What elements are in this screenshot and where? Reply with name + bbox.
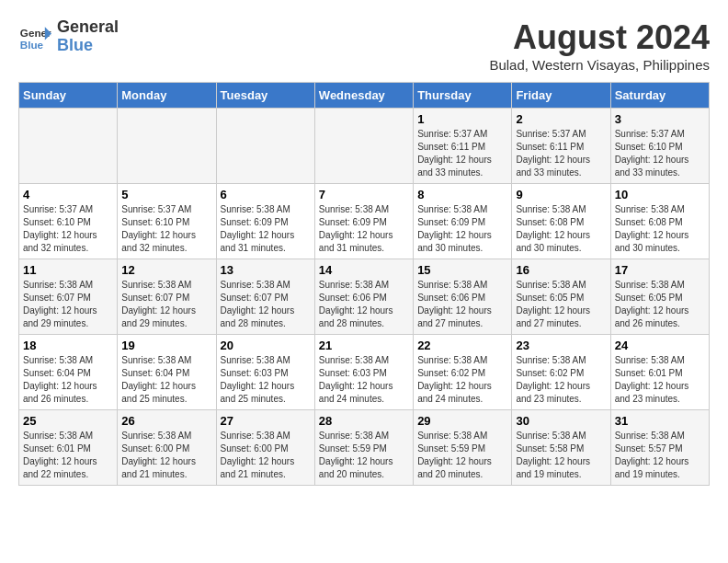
calendar-cell [118,109,216,184]
day-info: Sunrise: 5:38 AMSunset: 6:06 PMDaylight:… [417,279,507,330]
day-number: 13 [221,263,311,277]
day-header-monday: Monday [118,83,216,109]
day-info: Sunrise: 5:38 AMSunset: 6:00 PMDaylight:… [121,430,211,481]
day-number: 28 [319,414,409,428]
day-header-tuesday: Tuesday [216,83,314,109]
day-number: 18 [23,339,113,352]
day-number: 11 [23,263,113,277]
logo-text: General Blue [57,18,119,55]
calendar-cell: 12Sunrise: 5:38 AMSunset: 6:07 PMDayligh… [118,259,216,335]
day-header-thursday: Thursday [414,83,512,109]
calendar-cell: 19Sunrise: 5:38 AMSunset: 6:04 PMDayligh… [118,335,216,410]
day-info: Sunrise: 5:38 AMSunset: 6:07 PMDaylight:… [121,279,211,330]
calendar-week-1: 1Sunrise: 5:37 AMSunset: 6:11 PMDaylight… [19,109,710,184]
calendar-cell: 23Sunrise: 5:38 AMSunset: 6:02 PMDayligh… [512,335,610,410]
day-number: 27 [221,414,311,428]
day-header-saturday: Saturday [610,83,709,109]
calendar-cell: 25Sunrise: 5:38 AMSunset: 6:01 PMDayligh… [19,410,118,486]
day-number: 9 [516,188,606,201]
day-info: Sunrise: 5:38 AMSunset: 6:08 PMDaylight:… [516,203,606,255]
calendar-cell: 24Sunrise: 5:38 AMSunset: 6:01 PMDayligh… [610,335,709,410]
day-header-sunday: Sunday [19,83,118,109]
calendar-cell: 8Sunrise: 5:38 AMSunset: 6:09 PMDaylight… [414,184,512,259]
calendar-cell: 30Sunrise: 5:38 AMSunset: 5:58 PMDayligh… [512,410,610,486]
calendar-table: SundayMondayTuesdayWednesdayThursdayFrid… [18,82,710,486]
day-info: Sunrise: 5:38 AMSunset: 6:02 PMDaylight:… [417,354,507,406]
day-info: Sunrise: 5:38 AMSunset: 6:03 PMDaylight:… [319,354,409,406]
calendar-week-4: 18Sunrise: 5:38 AMSunset: 6:04 PMDayligh… [19,335,710,410]
calendar-cell: 20Sunrise: 5:38 AMSunset: 6:03 PMDayligh… [216,335,314,410]
calendar-cell: 13Sunrise: 5:38 AMSunset: 6:07 PMDayligh… [216,259,314,335]
calendar-cell: 27Sunrise: 5:38 AMSunset: 6:00 PMDayligh… [216,410,314,486]
day-header-friday: Friday [512,83,610,109]
calendar-cell: 29Sunrise: 5:38 AMSunset: 5:59 PMDayligh… [414,410,512,486]
day-info: Sunrise: 5:38 AMSunset: 6:06 PMDaylight:… [319,279,409,330]
day-info: Sunrise: 5:38 AMSunset: 6:05 PMDaylight:… [516,279,606,330]
calendar-cell: 21Sunrise: 5:38 AMSunset: 6:03 PMDayligh… [314,335,413,410]
day-number: 31 [615,414,705,428]
day-info: Sunrise: 5:38 AMSunset: 6:04 PMDaylight:… [121,354,211,406]
calendar-cell: 10Sunrise: 5:38 AMSunset: 6:08 PMDayligh… [610,184,709,259]
calendar-cell: 11Sunrise: 5:38 AMSunset: 6:07 PMDayligh… [19,259,118,335]
calendar-cell: 7Sunrise: 5:38 AMSunset: 6:09 PMDaylight… [314,184,413,259]
calendar-cell [314,109,413,184]
calendar-cell [216,109,314,184]
calendar-cell: 16Sunrise: 5:38 AMSunset: 6:05 PMDayligh… [512,259,610,335]
calendar-header-row: SundayMondayTuesdayWednesdayThursdayFrid… [19,83,710,109]
day-number: 25 [23,414,113,428]
page-header: General Blue General Blue August 2024 Bu… [18,18,710,73]
day-info: Sunrise: 5:38 AMSunset: 6:01 PMDaylight:… [23,430,113,481]
calendar-cell: 3Sunrise: 5:37 AMSunset: 6:10 PMDaylight… [610,109,709,184]
day-info: Sunrise: 5:38 AMSunset: 5:59 PMDaylight:… [319,430,409,481]
day-number: 5 [121,188,211,201]
day-number: 23 [516,339,606,352]
calendar-cell: 15Sunrise: 5:38 AMSunset: 6:06 PMDayligh… [414,259,512,335]
calendar-cell: 14Sunrise: 5:38 AMSunset: 6:06 PMDayligh… [314,259,413,335]
calendar-week-2: 4Sunrise: 5:37 AMSunset: 6:10 PMDaylight… [19,184,710,259]
day-info: Sunrise: 5:38 AMSunset: 5:57 PMDaylight:… [615,430,705,481]
day-info: Sunrise: 5:38 AMSunset: 6:09 PMDaylight:… [221,203,311,255]
location: Bulad, Western Visayas, Philippines [489,57,710,73]
calendar-cell: 31Sunrise: 5:38 AMSunset: 5:57 PMDayligh… [610,410,709,486]
day-info: Sunrise: 5:38 AMSunset: 6:03 PMDaylight:… [221,354,311,406]
day-info: Sunrise: 5:38 AMSunset: 6:09 PMDaylight:… [417,203,507,255]
day-info: Sunrise: 5:37 AMSunset: 6:11 PMDaylight:… [516,128,606,179]
calendar-cell: 4Sunrise: 5:37 AMSunset: 6:10 PMDaylight… [19,184,118,259]
day-info: Sunrise: 5:37 AMSunset: 6:11 PMDaylight:… [417,128,507,179]
day-number: 7 [319,188,409,201]
day-header-wednesday: Wednesday [314,83,413,109]
day-number: 10 [615,188,705,201]
day-info: Sunrise: 5:37 AMSunset: 6:10 PMDaylight:… [23,203,113,255]
day-info: Sunrise: 5:37 AMSunset: 6:10 PMDaylight:… [121,203,211,255]
day-info: Sunrise: 5:38 AMSunset: 6:07 PMDaylight:… [221,279,311,330]
day-number: 16 [516,263,606,277]
calendar-cell: 17Sunrise: 5:38 AMSunset: 6:05 PMDayligh… [610,259,709,335]
day-number: 17 [615,263,705,277]
day-number: 19 [121,339,211,352]
day-info: Sunrise: 5:38 AMSunset: 5:59 PMDaylight:… [417,430,507,481]
calendar-week-3: 11Sunrise: 5:38 AMSunset: 6:07 PMDayligh… [19,259,710,335]
calendar-week-5: 25Sunrise: 5:38 AMSunset: 6:01 PMDayligh… [19,410,710,486]
svg-text:Blue: Blue [20,38,44,50]
day-info: Sunrise: 5:38 AMSunset: 6:08 PMDaylight:… [615,203,705,255]
logo: General Blue General Blue [18,18,119,55]
calendar-cell: 18Sunrise: 5:38 AMSunset: 6:04 PMDayligh… [19,335,118,410]
day-info: Sunrise: 5:38 AMSunset: 6:04 PMDaylight:… [23,354,113,406]
month-year: August 2024 [489,18,710,57]
calendar-cell [19,109,118,184]
logo-icon: General Blue [18,20,51,53]
day-info: Sunrise: 5:38 AMSunset: 6:00 PMDaylight:… [221,430,311,481]
day-number: 6 [221,188,311,201]
day-number: 26 [121,414,211,428]
day-info: Sunrise: 5:38 AMSunset: 6:05 PMDaylight:… [615,279,705,330]
title-block: August 2024 Bulad, Western Visayas, Phil… [489,18,710,73]
day-number: 15 [417,263,507,277]
calendar-cell: 9Sunrise: 5:38 AMSunset: 6:08 PMDaylight… [512,184,610,259]
day-info: Sunrise: 5:37 AMSunset: 6:10 PMDaylight:… [615,128,705,179]
day-number: 14 [319,263,409,277]
day-info: Sunrise: 5:38 AMSunset: 6:01 PMDaylight:… [615,354,705,406]
day-number: 8 [417,188,507,201]
day-info: Sunrise: 5:38 AMSunset: 5:58 PMDaylight:… [516,430,606,481]
calendar-cell: 1Sunrise: 5:37 AMSunset: 6:11 PMDaylight… [414,109,512,184]
calendar-cell: 22Sunrise: 5:38 AMSunset: 6:02 PMDayligh… [414,335,512,410]
